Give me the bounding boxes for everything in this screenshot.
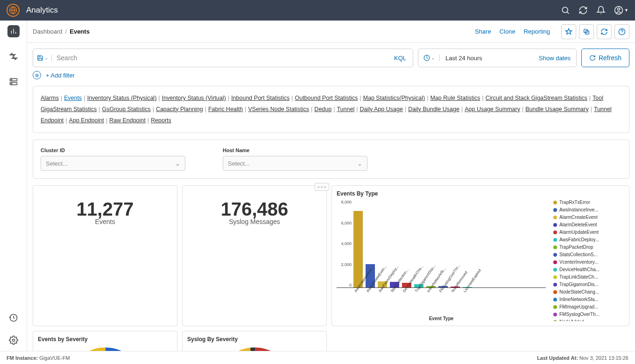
- svg-point-8: [12, 339, 14, 342]
- legend-item[interactable]: AwsInstanceInve...: [553, 207, 624, 212]
- nav-link[interactable]: Inventory Status (Virtual): [162, 95, 226, 101]
- svg-point-1: [562, 7, 568, 13]
- legend-item[interactable]: FMSyslogOverTh...: [553, 312, 624, 317]
- svg-point-3: [618, 8, 620, 10]
- share-button[interactable]: Share: [475, 28, 491, 35]
- show-dates-button[interactable]: Show dates: [533, 55, 576, 62]
- nav-link[interactable]: GsGroup Statistics: [102, 106, 150, 112]
- nav-link[interactable]: Outbound Port Statistics: [295, 95, 358, 101]
- metric-syslog-label: Syslog Messages: [187, 218, 322, 225]
- cluster-id-label: Cluster ID: [41, 147, 185, 153]
- breadcrumb: Dashboard / Events Share Clone Reporting: [27, 21, 635, 43]
- copy-button[interactable]: [579, 24, 594, 39]
- legend-item[interactable]: FMImageUpgrad...: [553, 304, 624, 309]
- events-by-type-panel: Events By Type 8,0006,0004,0002,0000 Aws…: [332, 185, 629, 326]
- selector-card: Cluster ID Select...⌄ Host Name Select..…: [33, 140, 629, 179]
- clone-button[interactable]: Clone: [500, 28, 515, 35]
- reload-button[interactable]: [597, 24, 612, 39]
- breadcrumb-parent[interactable]: Dashboard: [33, 28, 63, 35]
- syslog-severity-donut: [214, 345, 296, 351]
- user-icon[interactable]: [614, 6, 623, 15]
- add-filter-button[interactable]: + Add filter: [46, 72, 75, 79]
- dashboard-nav-links: Alarms|Events|Inventory Status (Physical…: [33, 86, 629, 133]
- nav-link[interactable]: Capacity Planning: [156, 106, 203, 112]
- nav-link[interactable]: App Endpoint: [69, 117, 104, 124]
- nav-link[interactable]: Map Rule Statistics: [430, 95, 480, 101]
- filter-icon[interactable]: ⊕: [33, 71, 41, 79]
- legend-item[interactable]: AlarmDeleteEvent: [553, 222, 624, 227]
- sidebar: [0, 21, 27, 351]
- time-picker: ⌄ Last 24 hours Show dates: [418, 49, 577, 67]
- bar-chart-legend: TrapRxTxErrorAwsInstanceInve...AlarmCrea…: [550, 200, 624, 321]
- legend-item[interactable]: TrapPacketDrop: [553, 245, 624, 250]
- refresh-button[interactable]: Refresh: [581, 49, 629, 67]
- events-by-type-title: Events By Type: [337, 190, 624, 197]
- nav-link[interactable]: Map Statistics(Physical): [363, 95, 425, 101]
- nav-link[interactable]: Alarms: [41, 95, 59, 101]
- filter-bar: ⊕ + Add filter: [33, 71, 629, 79]
- syslog-by-severity-panel: Syslog By Severity ERRWARNINGCRIT: [182, 331, 327, 351]
- legend-item[interactable]: TrapGigamonDis...: [553, 282, 624, 287]
- bar[interactable]: [353, 211, 363, 288]
- metric-syslog-panel: ○○○ 176,486 Syslog Messages: [182, 185, 327, 326]
- breadcrumb-current: Events: [70, 28, 90, 35]
- legend-item[interactable]: AlarmUpdateEvent: [553, 230, 624, 235]
- legend-item[interactable]: NodeAdded: [553, 319, 624, 321]
- nav-link[interactable]: Events: [64, 95, 82, 101]
- search-lang-toggle[interactable]: KQL: [388, 55, 413, 62]
- last-updated-label: Last Updated At:: [537, 355, 578, 361]
- nav-link[interactable]: Bundle Usage Summary: [525, 106, 588, 112]
- bell-icon[interactable]: [596, 6, 606, 15]
- search-input[interactable]: [52, 54, 388, 62]
- host-name-select[interactable]: Select...⌄: [223, 156, 367, 171]
- nav-link[interactable]: Circuit and Stack GigaStream Statistics: [486, 95, 587, 101]
- legend-item[interactable]: NodeStateChang...: [553, 289, 624, 294]
- legend-item[interactable]: VcenterInventory...: [553, 259, 624, 265]
- nav-link[interactable]: Reports: [151, 117, 171, 124]
- saved-query-button[interactable]: ⌄: [33, 55, 52, 61]
- search-bar: ⌄ KQL: [33, 49, 413, 67]
- legend-item[interactable]: DeviceHealthCha...: [553, 267, 624, 272]
- nav-link[interactable]: Daily App Usage: [360, 106, 402, 112]
- legend-item[interactable]: InlineNetworkSta...: [553, 297, 624, 302]
- last-updated-value: Nov 3, 2021 13:15:26: [579, 355, 628, 361]
- legend-item[interactable]: AlarmCreateEvent: [553, 215, 624, 220]
- logo-icon: [7, 4, 20, 17]
- nav-link[interactable]: Inbound Port Statistics: [231, 95, 289, 101]
- fm-instance-label: FM Instance:: [7, 355, 38, 361]
- footer: FM Instance: GigaVUE-FM Last Updated At:…: [0, 351, 635, 364]
- sidebar-analytics-icon[interactable]: [7, 25, 20, 37]
- search-icon[interactable]: [561, 6, 570, 15]
- help-button[interactable]: [614, 24, 629, 39]
- sidebar-traffic-icon[interactable]: [7, 50, 20, 63]
- host-name-label: Host Name: [223, 147, 367, 153]
- metric-syslog-value: 176,486: [187, 199, 322, 220]
- nav-link[interactable]: Dedup: [314, 106, 332, 112]
- x-axis-label: Event Type: [337, 316, 546, 321]
- sidebar-inventory-icon[interactable]: [7, 76, 20, 88]
- legend-item[interactable]: AwsFabricDeploy...: [553, 237, 624, 242]
- nav-link[interactable]: Daily Bundle Usage: [408, 106, 459, 112]
- sidebar-history-icon[interactable]: [7, 312, 20, 324]
- panel-options-icon[interactable]: ○○○: [315, 183, 329, 191]
- events-by-severity-panel: Events by Severity MinorInfoCriticalMajo…: [33, 331, 177, 351]
- time-range-value[interactable]: Last 24 hours: [440, 55, 533, 62]
- nav-link[interactable]: App Usage Summary: [465, 106, 520, 112]
- legend-item[interactable]: TrapRxTxError: [553, 200, 624, 205]
- legend-item[interactable]: StatsCollectionS...: [553, 252, 624, 257]
- legend-item[interactable]: TrapLinkStateCh...: [553, 274, 624, 280]
- app-title: Analytics: [26, 6, 58, 15]
- cluster-id-select[interactable]: Select...⌄: [41, 156, 185, 171]
- fm-instance-value: GigaVUE-FM: [39, 355, 70, 361]
- nav-link[interactable]: VSeries Node Statistics: [248, 106, 310, 112]
- reporting-button[interactable]: Reporting: [524, 28, 550, 35]
- sidebar-settings-icon[interactable]: [7, 334, 20, 346]
- clock-icon[interactable]: ⌄: [418, 55, 440, 61]
- nav-link[interactable]: Inventory Status (Physical): [87, 95, 157, 101]
- metric-events-value: 11,277: [38, 199, 172, 220]
- nav-link[interactable]: Tunnel: [337, 106, 354, 112]
- star-button[interactable]: [561, 24, 576, 39]
- nav-link[interactable]: Raw Endpoint: [109, 117, 146, 124]
- refresh-icon[interactable]: [579, 6, 588, 15]
- nav-link[interactable]: Fabric Health: [208, 106, 243, 112]
